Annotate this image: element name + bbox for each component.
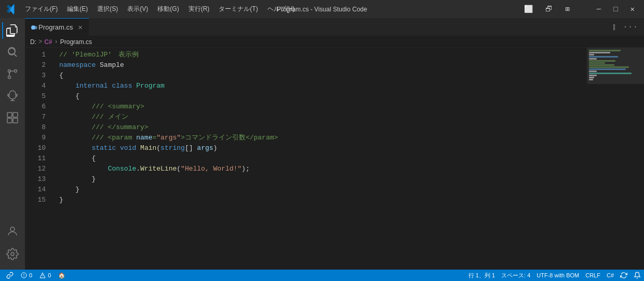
- code-line-1: // 'PlemolJP' 表示例: [59, 50, 587, 60]
- line-numbers: 1 2 3 4 5 6 7 8 9 10 11 12 13 14 15: [25, 48, 51, 270]
- close-button[interactable]: ✕: [626, 4, 639, 15]
- editor-area: C# Program.cs ✕ ⫿ ··· D: > C# › Program.…: [25, 18, 644, 270]
- svg-rect-13: [13, 118, 18, 123]
- svg-line-1: [14, 54, 17, 57]
- line-num-8: 8: [25, 122, 46, 133]
- status-remote-button[interactable]: [3, 270, 17, 281]
- breadcrumb-lang: C#: [44, 38, 52, 46]
- status-home-button[interactable]: 🏠: [55, 270, 69, 281]
- line-num-1: 1: [25, 50, 46, 60]
- line-num-2: 2: [25, 60, 46, 71]
- maximize-button[interactable]: □: [609, 4, 622, 15]
- layout-icon-3[interactable]: ⊞: [561, 4, 573, 15]
- minimap: [587, 48, 644, 270]
- code-line-15: }: [59, 195, 587, 205]
- breadcrumb-drive: D:: [30, 38, 36, 46]
- line-num-3: 3: [25, 71, 46, 81]
- line-num-10: 10: [25, 143, 46, 153]
- window-controls: ⬜ 🗗 ⊞ ─ □ ✕: [520, 4, 639, 15]
- minimap-content: [587, 48, 644, 83]
- line-num-5: 5: [25, 91, 46, 102]
- line-num-12: 12: [25, 164, 46, 174]
- activity-files-icon[interactable]: [2, 20, 23, 41]
- tab-program-cs[interactable]: C# Program.cs ✕: [25, 18, 89, 36]
- activity-search-icon[interactable]: [2, 42, 23, 63]
- split-editor-button[interactable]: ⫿: [610, 20, 619, 34]
- status-spaces[interactable]: スペース: 4: [498, 270, 533, 281]
- code-content[interactable]: // 'PlemolJP' 表示例 namespace Sample { int…: [51, 48, 587, 270]
- status-left: 0 0 🏠: [0, 270, 72, 281]
- line-num-13: 13: [25, 174, 46, 185]
- status-errors[interactable]: 0: [18, 270, 35, 281]
- code-line-6: /// <summary>: [59, 102, 587, 112]
- code-editor: 1 2 3 4 5 6 7 8 9 10 11 12 13 14 15 //: [25, 48, 644, 270]
- activity-account-icon[interactable]: [2, 221, 23, 242]
- activity-bar: [0, 18, 25, 270]
- code-line-7: /// メイン: [59, 112, 587, 122]
- tab-bar: C# Program.cs ✕ ⫿ ···: [25, 18, 644, 36]
- menu-run[interactable]: 実行(R): [184, 3, 214, 16]
- line-num-15: 15: [25, 195, 46, 205]
- menu-edit[interactable]: 編集(E): [63, 3, 92, 16]
- main-layout: C# Program.cs ✕ ⫿ ··· D: > C# › Program.…: [0, 18, 644, 270]
- vscode-logo-icon: [5, 4, 17, 15]
- tab-filename: Program.cs: [38, 23, 73, 31]
- menu-select[interactable]: 選択(S): [93, 3, 122, 16]
- code-line-9: /// <param name="args">コマンドライン引数</param>: [59, 133, 587, 143]
- csharp-icon: C#: [44, 38, 52, 46]
- status-bar: 0 0 🏠 行 1、列 1 スペース: 4 UTF-8 with BOM CRL…: [0, 270, 644, 281]
- activity-git-icon[interactable]: [2, 64, 23, 85]
- code-line-5: {: [59, 91, 587, 102]
- activity-debug-icon[interactable]: [2, 86, 23, 106]
- code-line-3: {: [59, 71, 587, 81]
- status-position[interactable]: 行 1、列 1: [465, 270, 498, 281]
- svg-point-2: [8, 76, 11, 79]
- code-line-2: namespace Sample: [59, 60, 587, 71]
- status-line-ending[interactable]: CRLF: [582, 270, 603, 281]
- status-warnings[interactable]: 0: [36, 270, 54, 281]
- status-right: 行 1、列 1 スペース: 4 UTF-8 with BOM CRLF C#: [465, 270, 644, 281]
- activity-settings-icon[interactable]: [2, 244, 23, 264]
- line-num-6: 6: [25, 102, 46, 112]
- code-line-4: internal class Program: [59, 81, 587, 91]
- breadcrumb-file: Program.cs: [60, 38, 92, 46]
- tab-lang-badge: C#: [31, 25, 35, 30]
- menu-file[interactable]: ファイル(F): [21, 3, 62, 16]
- line-num-7: 7: [25, 112, 46, 122]
- menu-bar: ファイル(F) 編集(E) 選択(S) 表示(V) 移動(G) 実行(R) ター…: [21, 3, 520, 16]
- status-sync-icon[interactable]: [617, 270, 630, 281]
- tab-close-button[interactable]: ✕: [78, 23, 82, 32]
- line-num-11: 11: [25, 153, 46, 164]
- layout-icon-2[interactable]: 🗗: [541, 4, 557, 15]
- code-line-10: static void Main(string[] args): [59, 143, 587, 153]
- menu-go[interactable]: 移動(G): [153, 3, 183, 16]
- status-language[interactable]: C#: [603, 270, 617, 281]
- svg-point-18: [24, 276, 24, 277]
- breadcrumb-sep2: ›: [55, 38, 58, 46]
- more-actions-button[interactable]: ···: [621, 20, 640, 34]
- activity-extensions-icon[interactable]: [2, 107, 23, 128]
- svg-point-20: [43, 277, 43, 277]
- code-line-8: /// </summary>: [59, 122, 587, 133]
- breadcrumb-sep1: >: [38, 38, 42, 46]
- code-line-11: {: [59, 153, 587, 164]
- titlebar: ファイル(F) 編集(E) 選択(S) 表示(V) 移動(G) 実行(R) ター…: [0, 0, 644, 18]
- svg-rect-10: [7, 113, 12, 117]
- window-title: Program.cs - Visual Studio Code: [277, 6, 367, 13]
- svg-rect-12: [7, 118, 12, 123]
- tab-actions: ⫿ ···: [610, 18, 644, 36]
- code-line-12: Console.WriteLine("Hello, World!");: [59, 164, 587, 174]
- menu-view[interactable]: 表示(V): [123, 3, 152, 16]
- status-bell-icon[interactable]: [630, 270, 644, 281]
- code-line-13: }: [59, 174, 587, 185]
- line-num-14: 14: [25, 185, 46, 195]
- minimize-button[interactable]: ─: [593, 4, 605, 15]
- status-encoding[interactable]: UTF-8 with BOM: [533, 270, 582, 281]
- code-line-14: }: [59, 185, 587, 195]
- layout-icon-1[interactable]: ⬜: [520, 4, 537, 15]
- svg-point-15: [11, 252, 14, 256]
- svg-rect-11: [13, 113, 18, 117]
- svg-point-14: [10, 227, 15, 231]
- activity-bottom: [2, 221, 23, 270]
- menu-terminal[interactable]: ターミナル(T): [214, 3, 262, 16]
